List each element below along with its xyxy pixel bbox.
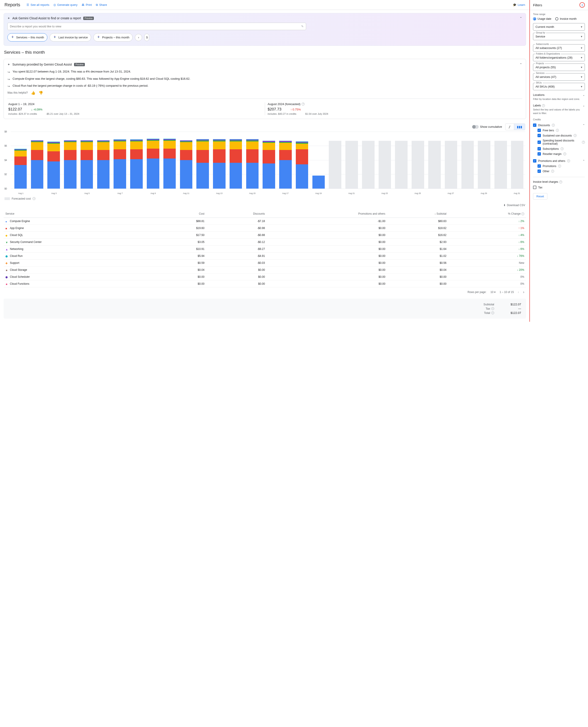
free-tiers-checkbox[interactable]: ✓Free tiers? bbox=[533, 128, 585, 133]
report-chip-last-invoice[interactable]: Last invoice by service bbox=[49, 33, 91, 42]
table-row[interactable]: ■App Engine$19.60-$0.98$0.00$18.62↑ 1% bbox=[4, 225, 526, 232]
col-cost[interactable]: Cost bbox=[160, 210, 206, 218]
services-select[interactable]: Services All services (47) ▾ bbox=[533, 73, 585, 81]
help-icon[interactable]: ? bbox=[558, 165, 561, 167]
line-chart-button[interactable]: 〳 bbox=[505, 124, 514, 130]
bar[interactable] bbox=[461, 141, 474, 189]
help-icon[interactable]: ? bbox=[552, 124, 555, 127]
gemini-text-field[interactable] bbox=[10, 25, 301, 28]
help-icon[interactable]: ? bbox=[567, 160, 570, 162]
thumbs-down-button[interactable]: 👎 bbox=[39, 91, 43, 95]
help-icon[interactable]: ? bbox=[556, 129, 559, 132]
bar[interactable] bbox=[511, 141, 524, 189]
bar[interactable] bbox=[412, 141, 424, 189]
help-icon[interactable]: ? bbox=[582, 141, 585, 144]
bar[interactable] bbox=[262, 141, 275, 189]
chips-scroll-right-button[interactable]: › bbox=[135, 34, 142, 41]
see-all-reports-link[interactable]: ☰ See all reports bbox=[26, 3, 49, 6]
table-row[interactable]: ▼Security Command Center$3.05-$0.12$0.00… bbox=[4, 239, 526, 246]
table-row[interactable]: ●Compute Engine$88.81-$7.18-$1.00$80.63↓… bbox=[4, 218, 526, 225]
report-chip-services-month[interactable]: Services – this month bbox=[7, 33, 47, 42]
bar[interactable] bbox=[180, 140, 193, 189]
cumulative-toggle[interactable]: Show cumulative bbox=[472, 125, 502, 129]
learn-link[interactable]: 🎓 Learn bbox=[513, 3, 525, 6]
folders-select[interactable]: Folders & Organizations All folders/orga… bbox=[533, 54, 585, 61]
discounts-checkbox[interactable]: ✓ Discounts ? ⌃ bbox=[533, 123, 585, 128]
help-icon[interactable]: ? bbox=[542, 104, 545, 107]
invoice-month-radio[interactable]: Invoice month bbox=[555, 17, 576, 20]
help-icon[interactable]: ? bbox=[302, 103, 304, 105]
col-subtotal[interactable]: ↓ Subtotal bbox=[387, 210, 448, 218]
bar[interactable] bbox=[130, 140, 143, 188]
table-row[interactable]: ✚Support$0.59-$0.03$0.00$0.56 New bbox=[4, 259, 526, 267]
bar[interactable] bbox=[428, 141, 441, 189]
promotions-others-checkbox[interactable]: ✓ Promotions and others ? ⌃ bbox=[533, 158, 585, 163]
time-range-select[interactable]: Current month ▾ bbox=[533, 23, 585, 30]
bar[interactable] bbox=[296, 142, 308, 189]
help-icon[interactable]: ? bbox=[491, 311, 494, 314]
bar[interactable] bbox=[379, 141, 391, 189]
help-icon[interactable]: ? bbox=[491, 307, 494, 310]
table-row[interactable]: ◆Cloud SQL$17.50-$0.88$0.00$16.62↓ 4% bbox=[4, 232, 526, 239]
help-icon[interactable]: ? bbox=[563, 152, 566, 155]
report-chip-partial[interactable]: S bbox=[144, 34, 149, 41]
help-icon[interactable]: ? bbox=[551, 170, 554, 173]
reset-button[interactable]: Reset bbox=[533, 193, 547, 200]
prev-page-button[interactable]: ‹ bbox=[518, 290, 519, 294]
group-by-select[interactable]: Group by Service ▾ bbox=[533, 33, 585, 40]
help-icon[interactable]: ? bbox=[521, 212, 524, 215]
bar[interactable] bbox=[312, 175, 325, 188]
bar-chart-button[interactable]: ▮▮▮ bbox=[514, 124, 525, 130]
promotions-checkbox[interactable]: ✓Promotions? bbox=[533, 163, 585, 169]
download-csv-button[interactable]: ⬇ Download CSV bbox=[503, 204, 525, 207]
subaccounts-select[interactable]: Subaccounts All subaccounts (27) ▾ bbox=[533, 44, 585, 51]
chevron-up-icon[interactable]: ⌃ bbox=[583, 160, 585, 163]
col-promotions[interactable]: Promotions and others bbox=[267, 210, 387, 218]
bar[interactable] bbox=[213, 139, 226, 188]
table-row[interactable]: ▲Networking$10.91-$9.27$0.00$1.64↓ 6% bbox=[4, 246, 526, 253]
gemini-prompt-input[interactable]: ✎ bbox=[7, 23, 306, 30]
col-service[interactable]: Service bbox=[4, 210, 160, 218]
table-row[interactable]: ⬣Cloud Scheduler$0.00$0.00$0.00$0.00 0% bbox=[4, 273, 526, 281]
locations-section-toggle[interactable]: Locations ⌄ bbox=[533, 94, 585, 97]
collapse-summary-button[interactable]: ⌃ bbox=[520, 63, 522, 66]
bar[interactable] bbox=[163, 139, 176, 188]
bar[interactable] bbox=[14, 149, 27, 188]
bar[interactable] bbox=[230, 139, 242, 188]
bar[interactable] bbox=[147, 139, 159, 188]
help-icon[interactable]: ? bbox=[574, 134, 576, 137]
bar[interactable] bbox=[246, 139, 259, 188]
bar[interactable] bbox=[395, 141, 407, 189]
table-row[interactable]: ⬟Cloud Run$5.94-$4.91$0.00$1.02↓ 76% bbox=[4, 253, 526, 259]
generate-query-link[interactable]: ◎ Generate query bbox=[54, 3, 78, 6]
usage-date-radio[interactable]: Usage date bbox=[533, 17, 551, 20]
bar[interactable] bbox=[362, 141, 375, 189]
spending-based-checkbox[interactable]: ✓Spending based discounts (contractual)? bbox=[533, 138, 585, 146]
tax-checkbox[interactable]: Tax bbox=[533, 185, 585, 190]
col-change[interactable]: % Change ? bbox=[448, 210, 526, 218]
help-icon[interactable]: ? bbox=[559, 181, 562, 183]
bar[interactable] bbox=[64, 140, 77, 189]
help-icon[interactable]: ? bbox=[33, 197, 36, 200]
projects-select[interactable]: Projects All projects (55) ▾ bbox=[533, 64, 585, 71]
rows-per-page-select[interactable]: 10 ▾ bbox=[490, 291, 496, 294]
collapse-gemini-button[interactable]: ⌃ bbox=[520, 16, 522, 20]
print-link[interactable]: 🖶 Print bbox=[82, 3, 92, 6]
bar[interactable] bbox=[113, 140, 126, 188]
help-icon[interactable]: ? bbox=[561, 147, 564, 150]
collapse-filters-button[interactable]: ›| bbox=[580, 2, 585, 8]
bar[interactable] bbox=[478, 141, 490, 189]
skus-select[interactable]: SKUs All SKUs (408) ▾ bbox=[533, 83, 585, 90]
bar[interactable] bbox=[495, 141, 507, 189]
report-chip-projects-month[interactable]: Projects – this month bbox=[93, 33, 133, 42]
bar[interactable] bbox=[345, 141, 358, 189]
bar[interactable] bbox=[81, 140, 93, 189]
bar[interactable] bbox=[196, 139, 209, 188]
subscriptions-checkbox[interactable]: ✓Subscriptions? bbox=[533, 146, 585, 151]
other-checkbox[interactable]: ✓Other? bbox=[533, 169, 585, 174]
chevron-up-icon[interactable]: ⌃ bbox=[583, 124, 585, 127]
bar[interactable] bbox=[97, 140, 110, 189]
col-discounts[interactable]: Discounts bbox=[206, 210, 267, 218]
share-link[interactable]: ⧉ Share bbox=[96, 3, 107, 7]
bar[interactable] bbox=[47, 142, 60, 189]
